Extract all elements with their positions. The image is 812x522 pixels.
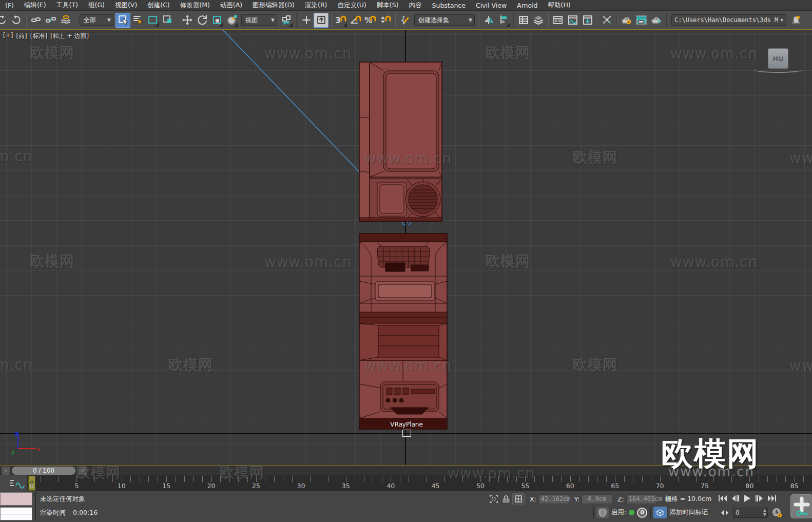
schematic-view-button[interactable] xyxy=(580,13,595,28)
redo-button[interactable] xyxy=(9,13,24,28)
percent-snap-button[interactable]: % xyxy=(363,13,378,28)
isolate-selection-icon[interactable] xyxy=(488,493,500,505)
time-tag-cube-icon[interactable] xyxy=(653,507,667,518)
frame-spinner[interactable]: ▲▼ xyxy=(763,509,766,517)
unlink-icon[interactable] xyxy=(43,13,58,28)
menu-item-1[interactable]: 编辑(E) xyxy=(19,1,51,10)
previous-frame-arrow-button[interactable]: ‹ xyxy=(2,467,10,475)
bind-to-spacewarp-icon[interactable] xyxy=(58,13,73,28)
selection-filter-dropdown[interactable]: 全部 ▼ xyxy=(80,14,113,26)
menu-item-9[interactable]: 渲染(R) xyxy=(300,1,332,10)
viewport-shading-label[interactable]: [粘土 + 边面] xyxy=(50,32,89,41)
angle-snap-button[interactable] xyxy=(348,13,363,28)
reference-coordinate-dropdown[interactable]: 视图 ▼ xyxy=(241,14,277,26)
undo-button[interactable] xyxy=(0,13,9,28)
viewport-menu-plus[interactable]: [+] xyxy=(3,32,13,41)
notification-bell-icon[interactable] xyxy=(788,13,803,28)
next-frame-button[interactable] xyxy=(753,492,765,505)
z-coordinate-field[interactable]: 164.403cm xyxy=(626,494,657,504)
select-and-move-button[interactable] xyxy=(180,13,195,28)
layer-explorer-button[interactable] xyxy=(531,13,546,28)
menu-item-10[interactable]: 自定义(U) xyxy=(332,1,371,10)
add-time-tag-label[interactable]: 添加时间标记 xyxy=(669,508,708,517)
select-and-place-button[interactable] xyxy=(224,13,239,28)
menu-item-3[interactable]: 组(G) xyxy=(83,1,110,10)
svg-text:{: { xyxy=(400,15,406,25)
timeline-tick-label: 50 xyxy=(476,482,485,490)
menu-item-7[interactable]: 动画(A) xyxy=(215,1,247,10)
menu-item-14[interactable]: Civil View xyxy=(471,2,512,9)
viewport-front[interactable]: [+] [前] [标准] [粘土 + 边面] xyxy=(0,29,812,466)
menu-item-6[interactable]: 修改器(M) xyxy=(175,1,215,10)
timeline-tick-label: 60 xyxy=(566,482,574,490)
menu-item-13[interactable]: Substance xyxy=(427,2,471,9)
dashed-cross-arrows-icon[interactable] xyxy=(600,13,614,28)
script-pane[interactable] xyxy=(0,507,32,520)
selection-lock-icon[interactable] xyxy=(500,493,512,505)
snap-toggle-3d-button[interactable]: 3 xyxy=(333,13,348,28)
play-animation-button[interactable] xyxy=(741,492,753,505)
rendered-frame-window-button[interactable] xyxy=(634,13,649,28)
window-crossing-toggle-button[interactable] xyxy=(160,13,175,28)
svg-text:3: 3 xyxy=(335,15,341,25)
next-frame-arrow-button[interactable]: › xyxy=(79,467,87,475)
scene-explorer-button[interactable] xyxy=(516,13,531,28)
current-frame-field[interactable]: 0 ▲▼ xyxy=(733,508,768,518)
maxscript-mini-listener[interactable] xyxy=(0,492,32,521)
select-by-name-button[interactable] xyxy=(130,13,145,28)
select-and-scale-button[interactable] xyxy=(209,13,224,28)
menu-item-0[interactable]: (F) xyxy=(0,2,19,9)
viewport-view-name[interactable]: [前] xyxy=(16,32,27,41)
time-slider[interactable]: 0 / 100 xyxy=(12,467,75,475)
spinner-snap-button[interactable] xyxy=(378,13,393,28)
timeline-tick-label: 40 xyxy=(386,482,395,490)
ribbon-toggle-button[interactable] xyxy=(550,13,565,28)
absolute-mode-transform-icon[interactable] xyxy=(512,493,525,505)
z-coordinate-label: Z: xyxy=(617,495,624,503)
current-frame-value: 0 xyxy=(736,509,740,516)
align-button[interactable] xyxy=(496,13,511,28)
menu-item-12[interactable]: 内容 xyxy=(404,1,427,10)
named-selection-sets-dropdown[interactable]: 创建选择集 ▼ xyxy=(414,14,475,26)
render-production-button[interactable] xyxy=(649,13,664,28)
select-object-button[interactable] xyxy=(115,13,130,28)
timeline-tick-label: 20 xyxy=(207,482,216,490)
menu-item-2[interactable]: 工具(T) xyxy=(51,1,83,10)
menu-item-15[interactable]: Arnold xyxy=(512,2,543,9)
toolbar-separator xyxy=(26,13,26,27)
mirror-button[interactable] xyxy=(481,13,496,28)
select-and-rotate-button[interactable] xyxy=(195,13,209,28)
time-configuration-icon[interactable] xyxy=(771,507,783,518)
select-and-manipulate-button[interactable] xyxy=(299,13,314,28)
keyboard-shortcut-override-button[interactable] xyxy=(314,13,328,28)
edit-named-selection-sets-button[interactable]: { xyxy=(397,13,412,28)
curve-editor-button[interactable] xyxy=(565,13,580,28)
link-icon[interactable] xyxy=(28,13,43,28)
project-folder-field[interactable]: C:\Users\Han\Documents\3ds Max 2022 ▼ xyxy=(671,14,786,26)
key-mode-toggle-button[interactable] xyxy=(720,507,730,519)
menu-item-4[interactable]: 视图(V) xyxy=(110,1,142,10)
mini-curve-editor-icon[interactable] xyxy=(8,478,26,489)
render-setup-button[interactable] xyxy=(619,13,634,28)
menu-item-11[interactable]: 脚本(S) xyxy=(372,1,404,10)
use-pivot-center-button[interactable] xyxy=(279,13,294,28)
set-key-button[interactable] xyxy=(790,494,812,518)
model-wireframe[interactable] xyxy=(352,55,454,435)
go-to-start-button[interactable] xyxy=(717,492,728,505)
selection-bracket xyxy=(402,430,411,437)
menu-item-16[interactable]: 帮助(H) xyxy=(543,1,576,10)
macro-recorder-pane[interactable] xyxy=(0,492,32,506)
menu-item-5[interactable]: 创建(C) xyxy=(142,1,175,10)
viewport-standard-label[interactable]: [标准] xyxy=(30,32,47,41)
previous-frame-button[interactable] xyxy=(729,492,741,505)
statusbar-divider xyxy=(35,492,36,521)
hu-badge-text: HU xyxy=(772,55,783,63)
go-to-end-button[interactable] xyxy=(766,492,778,505)
timeline-ruler[interactable]: 0 0510152025303540455055606570758085 xyxy=(0,475,812,491)
shield-icon[interactable] xyxy=(596,507,609,518)
x-coordinate-field[interactable]: 42.162cm xyxy=(538,494,569,504)
y-coordinate-field[interactable]: -0.0cm xyxy=(582,494,612,504)
rectangular-selection-region-button[interactable] xyxy=(145,13,160,28)
menu-item-8[interactable]: 图形编辑器(D) xyxy=(247,1,300,10)
zero-badge[interactable]: 0 xyxy=(637,508,647,518)
